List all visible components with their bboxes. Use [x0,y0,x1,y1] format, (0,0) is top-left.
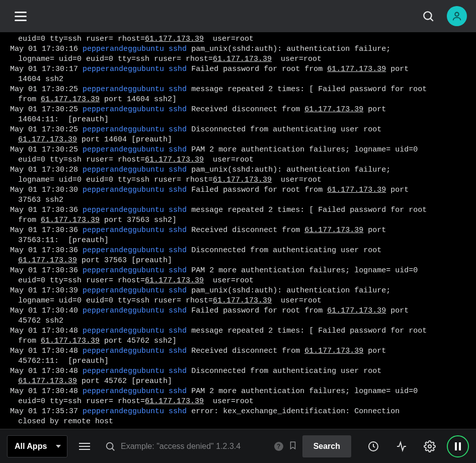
log-host[interactable]: pepperandeggubuntu [83,105,164,114]
log-line: May 01 17:30:25 pepperandeggubuntu sshd … [10,125,471,145]
log-line: May 01 17:30:48 pepperandeggubuntu sshd … [10,326,471,346]
gear-icon [424,440,436,452]
log-host[interactable]: pepperandeggubuntu [83,266,164,275]
log-line: May 01 17:30:28 pepperandeggubuntu sshd … [10,165,471,185]
log-ip[interactable]: 61.177.173.39 [18,256,77,265]
log-ip[interactable]: 61.177.173.39 [145,397,204,406]
log-ip[interactable]: 61.177.173.39 [18,377,77,385]
log-line: May 01 17:30:25 pepperandeggubuntu sshd … [10,105,471,125]
log-host[interactable]: pepperandeggubuntu [83,347,164,355]
log-process[interactable]: sshd [169,246,187,255]
log-ip[interactable]: 61.177.173.39 [18,135,77,144]
log-ip[interactable]: 61.177.173.39 [145,156,204,164]
log-process[interactable]: sshd [169,367,187,375]
activity-icon [395,440,408,452]
log-host[interactable]: pepperandeggubuntu [83,186,164,194]
search-button[interactable]: Search [302,435,351,457]
apps-selector[interactable]: All Apps [7,435,67,457]
log-line: May 01 17:30:25 pepperandeggubuntu sshd … [10,145,471,165]
svg-point-2 [455,13,458,16]
log-host[interactable]: pepperandeggubuntu [83,407,164,416]
log-line: May 01 17:30:48 pepperandeggubuntu sshd … [10,346,471,366]
log-ip[interactable]: 61.177.173.39 [304,347,363,355]
log-host[interactable]: pepperandeggubuntu [83,226,164,235]
svg-point-0 [424,12,431,19]
search-input[interactable] [121,442,269,451]
log-ip[interactable]: 61.177.173.39 [41,95,100,104]
user-avatar[interactable] [447,6,467,26]
log-process[interactable]: sshd [169,186,187,194]
log-ip[interactable]: 61.177.173.39 [41,216,100,224]
log-ip[interactable]: 61.177.173.39 [145,276,204,285]
log-process[interactable]: sshd [169,306,187,315]
log-host[interactable]: pepperandeggubuntu [83,286,164,295]
log-process[interactable]: sshd [169,226,187,235]
log-process[interactable]: sshd [169,105,187,114]
search-help-button[interactable]: ? [274,442,283,451]
svg-point-6 [428,445,431,448]
log-process[interactable]: sshd [169,166,187,174]
log-host[interactable]: pepperandeggubuntu [83,45,164,53]
svg-line-4 [112,448,114,450]
log-line: May 01 17:30:30 pepperandeggubuntu sshd … [10,185,471,205]
log-process[interactable]: sshd [169,286,187,295]
bottom-bar: All Apps ? Search [0,429,476,463]
log-process[interactable]: sshd [169,327,187,335]
top-bar [0,0,476,32]
pause-tail-button[interactable] [447,435,469,457]
log-ip[interactable]: 61.177.173.39 [304,226,363,235]
search-icon [422,10,435,23]
log-ip[interactable]: 61.177.173.39 [327,306,386,315]
log-line: May 01 17:30:39 pepperandeggubuntu sshd … [10,286,471,306]
log-ip[interactable]: 61.177.173.39 [213,296,272,305]
log-process[interactable]: sshd [169,45,187,53]
log-ip[interactable]: 61.177.173.39 [145,35,204,43]
activity-button[interactable] [390,435,413,457]
help-icon: ? [277,443,280,450]
log-host[interactable]: pepperandeggubuntu [83,246,164,255]
log-process[interactable]: sshd [169,387,187,396]
log-host[interactable]: pepperandeggubuntu [83,206,164,214]
log-ip[interactable]: 61.177.173.39 [304,105,363,114]
clock-icon [367,440,379,452]
log-ip[interactable]: 61.177.173.39 [327,186,386,194]
bookmark-button[interactable] [288,441,297,452]
log-process[interactable]: sshd [169,266,187,275]
log-line: May 01 17:30:36 pepperandeggubuntu sshd … [10,266,471,286]
log-process[interactable]: sshd [169,125,187,134]
bookmark-icon [288,441,297,450]
log-viewport[interactable]: euid=0 tty=ssh ruser= rhost=61.177.173.3… [0,32,476,429]
log-host[interactable]: pepperandeggubuntu [83,327,164,335]
log-line: euid=0 tty=ssh ruser= rhost=61.177.173.3… [10,34,471,44]
views-menu-button[interactable] [73,435,96,457]
log-ip[interactable]: 61.177.173.39 [327,65,386,73]
user-icon [451,11,462,22]
log-host[interactable]: pepperandeggubuntu [83,367,164,375]
log-ip[interactable]: 61.177.173.39 [213,176,272,184]
log-line: May 01 17:30:48 pepperandeggubuntu sshd … [10,366,471,387]
search-icon [105,441,116,452]
log-process[interactable]: sshd [169,65,187,73]
log-line: May 01 17:35:37 pepperandeggubuntu sshd … [10,407,471,427]
top-search-button[interactable] [419,7,438,26]
log-host[interactable]: pepperandeggubuntu [83,306,164,315]
log-host[interactable]: pepperandeggubuntu [83,85,164,94]
log-process[interactable]: sshd [169,347,187,355]
main-menu-button[interactable] [11,7,30,26]
log-ip[interactable]: 61.177.173.39 [213,55,272,63]
log-host[interactable]: pepperandeggubuntu [83,65,164,73]
hamburger-icon [15,12,27,21]
search-bar: ? Search [102,435,356,457]
log-host[interactable]: pepperandeggubuntu [83,145,164,154]
log-process[interactable]: sshd [169,407,187,416]
settings-button[interactable] [419,435,441,457]
log-ip[interactable]: 61.177.173.39 [41,337,100,345]
log-process[interactable]: sshd [169,85,187,94]
log-host[interactable]: pepperandeggubuntu [83,125,164,134]
time-range-button[interactable] [362,435,384,457]
pause-icon [455,442,461,450]
log-host[interactable]: pepperandeggubuntu [83,387,164,396]
log-host[interactable]: pepperandeggubuntu [83,166,164,174]
log-process[interactable]: sshd [169,145,187,154]
log-process[interactable]: sshd [169,206,187,214]
